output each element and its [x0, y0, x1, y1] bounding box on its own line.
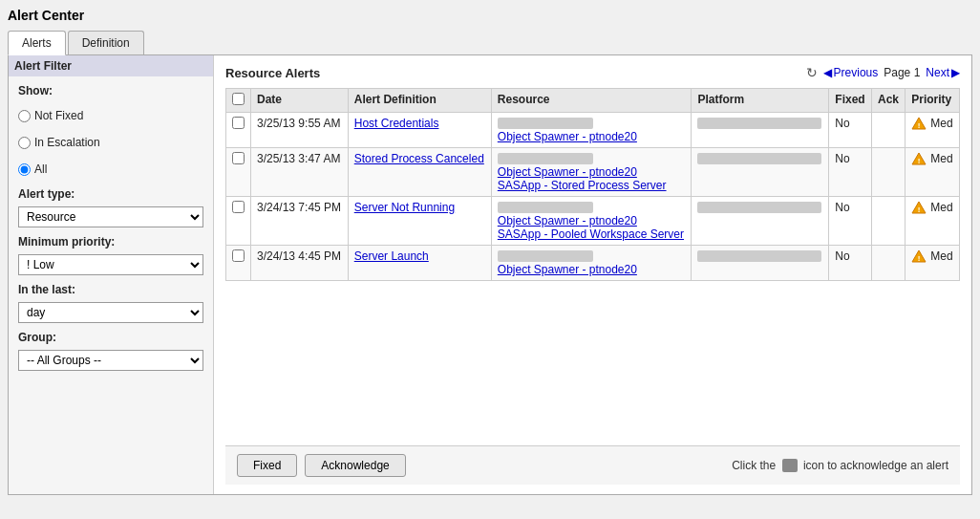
- hint-text-after: icon to acknowledge an alert: [803, 459, 948, 472]
- radio-in-escalation-label[interactable]: In Escalation: [18, 136, 203, 149]
- resource-link2[interactable]: SASApp - Pooled Workspace Server: [498, 227, 684, 241]
- show-radio-group: Not Fixed In Escalation All: [18, 101, 203, 180]
- section-title: Resource Alerts: [225, 66, 320, 80]
- alerts-table: Date Alert Definition Resource Platform …: [225, 88, 960, 281]
- resource-blurred-line1: [498, 153, 593, 164]
- main-content: Alert Filter Show: Not Fixed In Escalati…: [8, 55, 972, 495]
- next-link[interactable]: Next ▶: [926, 66, 960, 79]
- resource-link[interactable]: Object Spawner - ptnode20: [498, 263, 637, 276]
- resource-blurred-line1: [498, 250, 593, 262]
- radio-not-fixed[interactable]: [18, 110, 31, 122]
- row-fixed: No: [829, 197, 872, 246]
- filter-panel-title: Alert Filter: [9, 55, 213, 76]
- ack-hint-icon: [782, 459, 798, 472]
- row-date: 3/25/13 3:47 AM: [251, 148, 349, 197]
- group-select[interactable]: -- All Groups --: [18, 350, 203, 371]
- footer-buttons: Fixed Acknowledge: [237, 454, 406, 477]
- col-platform: Platform: [692, 89, 829, 113]
- row-ack: [872, 197, 905, 246]
- alert-type-select[interactable]: Resource System Custom: [18, 206, 203, 227]
- row-checkbox[interactable]: [232, 249, 245, 262]
- row-priority: ! Med: [905, 113, 960, 148]
- in-last-label: In the last:: [18, 283, 203, 296]
- alert-center-window: Alert Center Alerts Definition Alert Fil…: [0, 0, 980, 519]
- window-title: Alert Center: [8, 8, 972, 23]
- refresh-icon[interactable]: ↻: [806, 65, 818, 80]
- resource-link1[interactable]: Object Spawner - ptnode20: [498, 214, 637, 227]
- row-resource: Object Spawner - ptnode20 SASApp - Poole…: [491, 197, 692, 246]
- row-checkbox-cell: [226, 113, 251, 148]
- col-priority: Priority: [905, 89, 960, 113]
- table-row: 3/24/13 4:45 PM Server Launch Object Spa…: [226, 246, 960, 281]
- row-resource: Object Spawner - ptnode20: [491, 113, 692, 148]
- radio-in-escalation[interactable]: [18, 137, 31, 149]
- svg-text:!: !: [918, 205, 921, 214]
- resource-link1[interactable]: Object Spawner - ptnode20: [498, 165, 637, 179]
- tab-definition[interactable]: Definition: [68, 31, 144, 54]
- platform-blurred: [697, 250, 821, 262]
- fixed-button[interactable]: Fixed: [237, 454, 297, 477]
- min-priority-select[interactable]: ! Low ! Medium ! High ! Critical: [18, 254, 203, 275]
- previous-link[interactable]: ◀ Previous: [823, 66, 879, 79]
- table-header-row: Date Alert Definition Resource Platform …: [226, 89, 960, 113]
- resource-link2[interactable]: SASApp - Stored Process Server: [498, 179, 667, 192]
- priority-label: Med: [930, 117, 952, 130]
- row-ack: [872, 148, 905, 197]
- row-checkbox[interactable]: [232, 152, 245, 164]
- col-ack: Ack: [872, 89, 905, 113]
- row-date: 3/24/13 4:45 PM: [251, 246, 349, 281]
- platform-blurred: [697, 118, 821, 129]
- row-alert-definition: Host Credentials: [348, 113, 491, 148]
- row-alert-definition: Server Launch: [348, 246, 491, 281]
- priority-label: Med: [930, 201, 952, 214]
- warning-icon: !: [911, 117, 927, 130]
- row-checkbox[interactable]: [232, 117, 245, 129]
- alert-def-link[interactable]: Server Launch: [354, 249, 429, 263]
- prev-arrow-icon: ◀: [823, 66, 832, 79]
- row-fixed: No: [829, 113, 872, 148]
- previous-label: Previous: [834, 66, 879, 79]
- next-arrow-icon: ▶: [951, 66, 960, 79]
- svg-text:!: !: [918, 254, 921, 263]
- tab-alerts[interactable]: Alerts: [8, 31, 66, 55]
- min-priority-label: Minimum priority:: [18, 235, 203, 249]
- alert-def-link[interactable]: Stored Process Canceled: [354, 152, 484, 165]
- select-all-checkbox[interactable]: [232, 93, 245, 105]
- content-header: Resource Alerts ↻ ◀ Previous Page 1 Next…: [225, 65, 960, 80]
- row-checkbox[interactable]: [232, 201, 245, 213]
- in-last-select[interactable]: day week month: [18, 302, 203, 323]
- footer-hint: Click the icon to acknowledge an alert: [732, 459, 948, 473]
- resource-blurred-line1: [498, 118, 593, 129]
- col-fixed: Fixed: [829, 89, 872, 113]
- row-priority: ! Med: [905, 246, 960, 281]
- row-priority: ! Med: [905, 148, 960, 197]
- col-alert-definition: Alert Definition: [348, 89, 491, 113]
- group-label: Group:: [18, 331, 203, 344]
- alert-filter-panel: Alert Filter Show: Not Fixed In Escalati…: [9, 55, 214, 494]
- radio-all[interactable]: [18, 163, 31, 176]
- row-fixed: No: [829, 246, 872, 281]
- svg-text:!: !: [918, 121, 921, 130]
- col-resource: Resource: [491, 89, 692, 113]
- radio-all-label[interactable]: All: [18, 162, 203, 176]
- next-label: Next: [926, 66, 949, 79]
- alert-type-label: Alert type:: [18, 187, 203, 201]
- row-priority: ! Med: [905, 197, 960, 246]
- table-row: 3/24/13 7:45 PM Server Not Running Objec…: [226, 197, 960, 246]
- row-checkbox-cell: [226, 197, 251, 246]
- alert-def-link[interactable]: Server Not Running: [354, 201, 455, 214]
- table-row: 3/25/13 3:47 AM Stored Process Canceled …: [226, 148, 960, 197]
- resource-link[interactable]: Object Spawner - ptnode20: [498, 130, 637, 143]
- row-alert-definition: Stored Process Canceled: [348, 148, 491, 197]
- hint-text-before: Click the: [732, 459, 776, 472]
- row-ack: [872, 113, 905, 148]
- row-ack: [872, 246, 905, 281]
- filter-section: Show: Not Fixed In Escalation All Alert …: [18, 84, 203, 371]
- acknowledge-button[interactable]: Acknowledge: [305, 454, 405, 477]
- pagination: ↻ ◀ Previous Page 1 Next ▶: [806, 65, 960, 80]
- radio-not-fixed-label[interactable]: Not Fixed: [18, 109, 203, 122]
- platform-blurred: [697, 202, 821, 213]
- alert-def-link[interactable]: Host Credentials: [354, 117, 439, 130]
- footer-bar: Fixed Acknowledge Click the icon to ackn…: [225, 445, 960, 485]
- warning-icon: !: [911, 152, 927, 165]
